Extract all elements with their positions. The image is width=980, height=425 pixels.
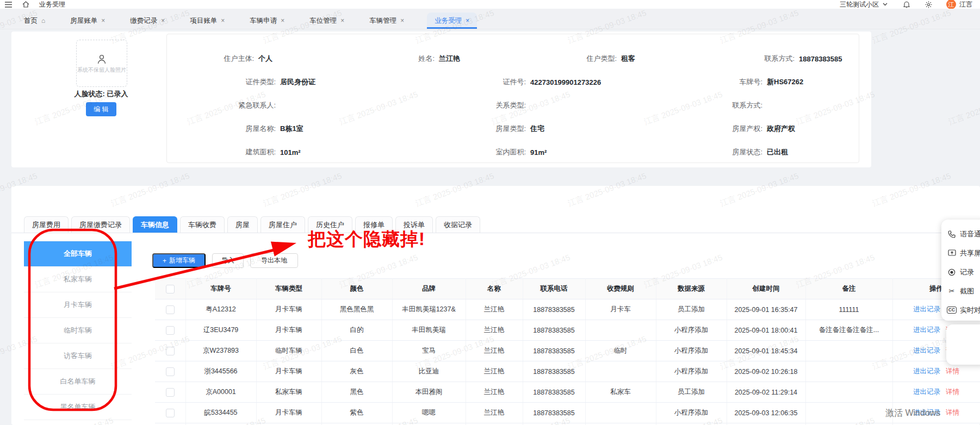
close-icon[interactable]: ×	[281, 17, 284, 24]
section-tab-房屋[interactable]: 房屋	[227, 216, 258, 233]
section-tab-报修单[interactable]: 报修单	[355, 216, 393, 233]
vehicle-nav-全部车辆[interactable]: 全部车辆	[24, 241, 132, 267]
table-header-名称: 名称	[466, 279, 523, 299]
info-field: 建筑面积:101m²	[200, 147, 301, 157]
row-checkbox-cell	[155, 341, 185, 361]
table-row: 京W237893临时车辆白色宝马兰江艳18878383585临时小程序添加202…	[155, 341, 980, 361]
details-link[interactable]: 详情	[946, 388, 959, 396]
section-tab-房屋费用[interactable]: 房屋费用	[24, 216, 69, 233]
app-root: { "topbar": { "breadcrumb": "业务受理", "com…	[0, 0, 980, 425]
section-tab-房屋缴费记录[interactable]: 房屋缴费记录	[71, 216, 130, 233]
face-photo-box[interactable]: 系统不保留人脸照片	[76, 40, 127, 87]
row-checkbox[interactable]	[166, 367, 175, 376]
nav-tab-首页[interactable]: 首页⌂	[22, 12, 47, 29]
community-name: 三轮测试小区	[840, 0, 879, 9]
section-tab-收据记录[interactable]: 收据记录	[436, 216, 480, 233]
info-field-value: 18878383585	[799, 55, 842, 63]
import-button[interactable]: 导入	[212, 253, 244, 268]
section-tab-投诉单[interactable]: 投诉单	[395, 216, 433, 233]
row-checkbox[interactable]	[166, 326, 175, 335]
section-tab-车辆收费[interactable]: 车辆收费	[180, 216, 225, 233]
cell-actions: 进出记录详情	[892, 382, 980, 403]
cell-phone: 18878383585	[523, 341, 585, 361]
watermark: 江言 2025-09-03 18:45	[947, 89, 980, 127]
cell-source	[656, 423, 727, 425]
add-vehicle-button[interactable]: + 新增车辆	[152, 253, 206, 268]
cell-remark	[805, 403, 892, 423]
header-checkbox[interactable]	[166, 285, 175, 293]
vehicle-nav-私家车辆[interactable]: 私家车辆	[24, 267, 132, 292]
section-tab-车辆信息[interactable]: 车辆信息	[133, 216, 177, 233]
details-link[interactable]: 详情	[946, 409, 959, 416]
vehicle-nav-白名单车辆[interactable]: 白名单车辆	[24, 369, 132, 395]
cell-plate	[185, 423, 256, 425]
info-field-value: 住宅	[530, 124, 544, 134]
cell-brand: 宝马	[392, 341, 466, 361]
section-tab-历史住户[interactable]: 历史住户	[308, 216, 352, 233]
info-field-label: 住户类型:	[541, 54, 617, 64]
section-tabs: 房屋费用房屋缴费记录车辆信息车辆收费房屋房屋住户历史住户报修单投诉单收据记录	[24, 216, 480, 233]
nav-tab-缴费记录[interactable]: 缴费记录×	[128, 12, 167, 29]
vehicle-nav-访客车辆[interactable]: 访客车辆	[24, 343, 132, 369]
edit-button[interactable]: 编 辑	[86, 102, 116, 116]
entry-exit-records-link[interactable]: 进出记录	[913, 388, 940, 396]
cell-created: 2025-09-02 11:29:14	[727, 382, 805, 403]
close-icon[interactable]: ×	[221, 17, 225, 24]
close-icon[interactable]: ×	[400, 17, 404, 24]
cell-type: 月卡车辆	[256, 299, 321, 320]
export-button[interactable]: 导出本地	[250, 253, 298, 268]
vehicle-nav-黑名单车辆[interactable]: 黑名单车辆	[24, 395, 132, 420]
row-checkbox[interactable]	[166, 305, 175, 314]
cell-name: 兰江艳	[466, 341, 523, 361]
info-field: 房屋类型:住宅	[450, 124, 544, 134]
quick-panel-phone[interactable]: 语音通	[941, 224, 980, 243]
cell-plate: 京A00001	[185, 382, 256, 403]
entry-exit-records-link[interactable]: 进出记录	[913, 326, 940, 334]
quick-panel-label: 实时对	[960, 305, 980, 315]
community-selector[interactable]: 三轮测试小区	[840, 0, 889, 9]
nav-tab-房屋账单[interactable]: 房屋账单×	[68, 12, 107, 29]
row-checkbox[interactable]	[166, 388, 175, 397]
avatar[interactable]: 江	[946, 0, 956, 9]
cell-created	[727, 423, 805, 425]
row-checkbox[interactable]	[166, 347, 175, 355]
entry-exit-records-link[interactable]: 进出记录	[913, 367, 940, 375]
close-icon[interactable]: ×	[161, 17, 165, 24]
vehicle-nav-月卡车辆[interactable]: 月卡车辆	[24, 292, 132, 318]
nav-tab-车辆申请[interactable]: 车辆申请×	[247, 12, 287, 29]
table-row: 粤A12312月卡车辆黑色黑色黑丰田凯美瑞1237&兰江艳18878383585…	[155, 299, 980, 320]
quick-panel-record[interactable]: 记录	[941, 262, 980, 282]
nav-tab-车辆管理[interactable]: 车辆管理×	[367, 12, 406, 29]
nav-tab-label: 车位管理	[309, 16, 337, 26]
cell-source: 小程序添加	[656, 361, 727, 382]
nav-tab-业务受理[interactable]: 业务受理×	[427, 12, 477, 29]
share-screen-icon	[947, 249, 956, 258]
entry-exit-records-link[interactable]: 进出记录	[913, 305, 940, 313]
quick-panel-label: 截图	[960, 286, 974, 296]
hamburger-icon[interactable]	[4, 1, 12, 8]
info-field-label: 房屋类型:	[450, 124, 526, 134]
close-icon[interactable]: ×	[466, 17, 469, 24]
info-field-value: 新HS67262	[767, 77, 803, 87]
nav-tab-项目账单[interactable]: 项目账单×	[188, 12, 227, 29]
vehicle-nav-临时车辆[interactable]: 临时车辆	[24, 318, 132, 343]
section-tab-房屋住户[interactable]: 房屋住户	[260, 216, 305, 233]
close-icon[interactable]: ×	[340, 17, 344, 24]
info-field-value: 租客	[621, 54, 635, 64]
cell-created: 2025-09-01 16:35:47	[727, 299, 805, 320]
info-field-label: 房屋产权:	[686, 124, 762, 134]
quick-panel-screenshot[interactable]: ✂截图	[941, 282, 980, 301]
cell-created: 2025-09-02 10:26:18	[727, 361, 805, 382]
entry-exit-records-link[interactable]: 进出记录	[913, 347, 940, 354]
details-link[interactable]: 详情	[946, 367, 959, 375]
quick-panel-cc[interactable]: CC实时对	[941, 301, 980, 320]
bell-icon[interactable]	[903, 1, 910, 8]
home-icon[interactable]	[22, 1, 29, 8]
cell-brand: 嗯嗯	[392, 403, 466, 423]
row-checkbox[interactable]	[166, 409, 175, 417]
nav-tab-车位管理[interactable]: 车位管理×	[307, 12, 346, 29]
quick-panel-share-screen[interactable]: 共享屏	[941, 243, 980, 262]
gear-icon[interactable]	[925, 1, 932, 8]
quick-action-panel-secondary[interactable]	[946, 324, 980, 365]
close-icon[interactable]: ×	[101, 17, 105, 24]
